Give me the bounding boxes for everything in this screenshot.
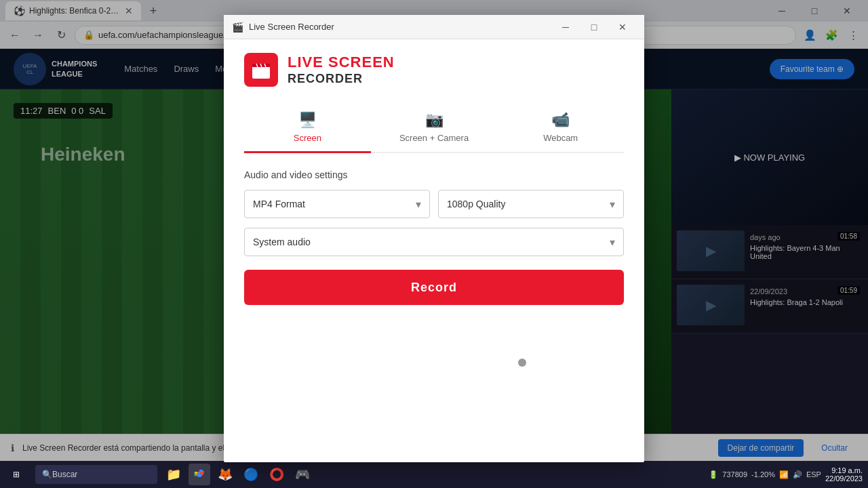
taskbar-lang: ESP — [806, 470, 821, 479]
screen-tab-label: Screen — [294, 133, 321, 143]
start-button[interactable]: ⊞ — [0, 461, 33, 488]
format-selected-value: MP4 Format — [253, 199, 305, 209]
modal-close-button[interactable]: ✕ — [609, 18, 636, 37]
tab-screen-camera[interactable]: 📷 Screen + Camera — [371, 103, 498, 153]
recorder-logo-icon — [244, 53, 278, 87]
search-placeholder: Buscar — [52, 470, 77, 479]
audio-dropdown[interactable]: System audio ▾ — [244, 228, 624, 256]
app-logo-section: LIVE SCREEN RECORDER — [244, 53, 624, 87]
quality-dropdown-arrow: ▾ — [610, 198, 615, 211]
taskbar-app-icons: 📁 🦊 🔵 ⭕ 🎮 — [160, 464, 316, 485]
webcam-tab-icon: 📹 — [551, 111, 570, 129]
taskbar-app6[interactable]: 🎮 — [292, 464, 313, 485]
app-name-line2: RECORDER — [288, 72, 395, 86]
taskbar-firefox[interactable]: 🦊 — [214, 464, 236, 485]
app-name: LIVE SCREEN RECORDER — [288, 54, 395, 85]
modal-minimize-button[interactable]: ─ — [552, 18, 579, 37]
taskbar-search[interactable]: 🔍 Buscar — [35, 465, 157, 484]
taskbar-date: 22/09/2023 — [825, 474, 863, 483]
taskbar-clock: 9:19 a.m. 22/09/2023 — [825, 466, 863, 483]
quality-dropdown[interactable]: 1080p Quality ▾ — [438, 190, 624, 218]
search-icon: 🔍 — [42, 470, 52, 479]
taskbar: ⊞ 🔍 Buscar 📁 🦊 🔵 ⭕ 🎮 🔋 737809 -1.20% 📶 🔊… — [0, 461, 868, 488]
modal-title: Live Screen Recorder — [249, 22, 547, 32]
taskbar-time: 9:19 a.m. — [825, 466, 863, 474]
taskbar-network-icon: 📶 — [779, 470, 789, 479]
record-button[interactable]: Record — [244, 270, 624, 305]
recording-mode-tabs: 🖥️ Screen 📷 Screen + Camera 📹 Webcam — [244, 103, 624, 153]
modal-body: LIVE SCREEN RECORDER 🖥️ Screen 📷 Screen … — [224, 39, 644, 462]
tab-webcam[interactable]: 📹 Webcam — [497, 103, 624, 153]
taskbar-right: 🔋 737809 -1.20% 📶 🔊 ESP 9:19 a.m. 22/09/… — [709, 466, 868, 483]
format-quality-row: MP4 Format ▾ 1080p Quality ▾ — [244, 190, 624, 218]
live-screen-recorder-modal: 🎬 Live Screen Recorder ─ □ ✕ — [224, 15, 644, 462]
screen-tab-icon: 🖥️ — [298, 111, 317, 129]
screen-camera-tab-label: Screen + Camera — [399, 133, 469, 143]
taskbar-file-explorer[interactable]: 📁 — [163, 464, 184, 485]
webcam-tab-label: Webcam — [543, 133, 578, 143]
format-dropdown-arrow: ▾ — [416, 198, 421, 211]
modal-titlebar: 🎬 Live Screen Recorder ─ □ ✕ — [224, 15, 644, 39]
format-dropdown[interactable]: MP4 Format ▾ — [244, 190, 430, 218]
taskbar-app5[interactable]: ⭕ — [266, 464, 288, 485]
taskbar-edge[interactable]: 🔵 — [240, 464, 262, 485]
taskbar-battery-value: 737809 — [722, 470, 747, 479]
modal-maximize-button[interactable]: □ — [580, 18, 608, 37]
app-name-line1: LIVE SCREEN — [288, 54, 395, 71]
taskbar-volume-icon: 🔊 — [793, 470, 802, 479]
quality-selected-value: 1080p Quality — [447, 199, 505, 209]
modal-overlay: 🎬 Live Screen Recorder ─ □ ✕ — [0, 0, 868, 461]
taskbar-percent: -1.20% — [751, 470, 775, 479]
tab-screen[interactable]: 🖥️ Screen — [244, 103, 371, 153]
clapperboard-icon — [251, 60, 271, 80]
screen-camera-tab-icon: 📷 — [425, 111, 443, 129]
audio-dropdown-arrow: ▾ — [610, 236, 615, 249]
settings-section-label: Audio and video settings — [244, 169, 624, 180]
modal-window-controls: ─ □ ✕ — [552, 18, 636, 37]
taskbar-battery-icon: 🔋 — [709, 470, 718, 479]
modal-app-icon: 🎬 — [232, 22, 243, 33]
audio-selected-value: System audio — [253, 237, 311, 247]
taskbar-chrome[interactable] — [189, 464, 210, 485]
